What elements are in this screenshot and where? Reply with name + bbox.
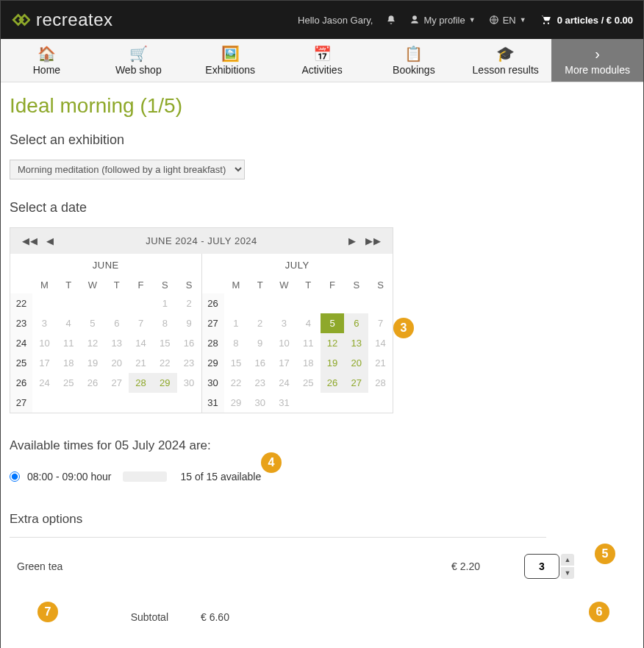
month-label: JULY bbox=[202, 254, 393, 277]
calendar-weekday: W bbox=[272, 277, 296, 293]
quantity-up-button[interactable]: ▲ bbox=[561, 554, 574, 566]
quantity-input[interactable] bbox=[524, 554, 559, 579]
calendar-day[interactable]: 5 bbox=[321, 313, 345, 333]
week-number: 25 bbox=[10, 353, 32, 373]
calendar-day: 28 bbox=[368, 373, 393, 393]
calendar-day: 15 bbox=[153, 333, 177, 353]
calendar-day bbox=[224, 293, 248, 313]
nav-home[interactable]: 🏠Home bbox=[1, 39, 93, 82]
week-number: 27 bbox=[202, 313, 224, 333]
extra-name: Green tea bbox=[10, 560, 260, 572]
calendar-day[interactable]: 12 bbox=[321, 333, 345, 353]
calendar-day: 11 bbox=[296, 333, 321, 353]
nav-lesson-results[interactable]: 🎓Lesson results bbox=[459, 39, 551, 82]
week-number: 28 bbox=[202, 333, 224, 353]
cart-button[interactable]: 0 articles / € 0.00 bbox=[540, 15, 633, 26]
calendar-day: 27 bbox=[104, 373, 129, 393]
calendar-day bbox=[321, 293, 345, 313]
callout-5: 5 bbox=[595, 544, 615, 564]
calendar-day[interactable]: 20 bbox=[344, 353, 368, 373]
cal-next-fast[interactable]: ▶▶ bbox=[362, 235, 384, 246]
week-number: 26 bbox=[202, 293, 224, 313]
cal-prev[interactable]: ◀ bbox=[43, 235, 57, 246]
calendar-day bbox=[248, 293, 272, 313]
exhibition-select[interactable]: Morning meditation (followed by a light … bbox=[10, 160, 245, 179]
nav-webshop[interactable]: 🛒Web shop bbox=[93, 39, 185, 82]
notifications-icon[interactable] bbox=[386, 15, 396, 25]
calendar-weekday: S bbox=[344, 277, 368, 293]
calendar-day[interactable]: 6 bbox=[344, 313, 368, 333]
cal-next[interactable]: ▶ bbox=[346, 235, 359, 246]
calendar-day bbox=[129, 393, 153, 413]
week-number: 23 bbox=[10, 313, 32, 333]
calendar-day: 6 bbox=[104, 313, 129, 333]
week-number: 26 bbox=[10, 373, 32, 393]
calendar-day bbox=[104, 393, 129, 413]
calendar-day: 2 bbox=[177, 293, 201, 313]
calendar-day[interactable]: 13 bbox=[344, 333, 368, 353]
calendar-weekday: T bbox=[57, 277, 81, 293]
cart-text: 0 articles / € 0.00 bbox=[557, 15, 633, 26]
calendar-day bbox=[129, 293, 153, 313]
calendar-day: 12 bbox=[81, 333, 105, 353]
calendar-day: 23 bbox=[177, 353, 201, 373]
nav-more-modules[interactable]: ›More modules bbox=[551, 39, 643, 82]
callout-3: 3 bbox=[393, 318, 414, 338]
calendar-day: 4 bbox=[296, 313, 321, 333]
callout-6: 6 bbox=[589, 602, 609, 622]
cal-prev-fast[interactable]: ◀◀ bbox=[19, 235, 40, 246]
divider bbox=[10, 537, 546, 538]
logo[interactable]: recreatex bbox=[11, 10, 113, 30]
timeslot-row: 08:00 - 09:00 hour 15 of 15 available bbox=[10, 471, 634, 483]
shop-icon: 🛒 bbox=[97, 46, 180, 61]
week-number: 31 bbox=[202, 393, 224, 413]
calendar-day: 10 bbox=[272, 333, 296, 353]
timeslot-availability-text: 15 of 15 available bbox=[180, 471, 261, 483]
language-menu[interactable]: EN ▼ bbox=[489, 15, 526, 26]
timeslot-availability-bar bbox=[123, 471, 167, 482]
calendar-day[interactable]: 19 bbox=[321, 353, 345, 373]
calendar-day: 16 bbox=[177, 333, 201, 353]
calendar-day[interactable]: 27 bbox=[344, 373, 368, 393]
graduation-icon: 🎓 bbox=[464, 46, 547, 61]
calendar-day[interactable]: 26 bbox=[321, 373, 345, 393]
calendar-day bbox=[368, 393, 393, 413]
calendar-day: 29 bbox=[224, 393, 248, 413]
home-icon: 🏠 bbox=[5, 46, 88, 61]
calendar-day: 30 bbox=[177, 373, 201, 393]
calendar-day: 23 bbox=[248, 373, 272, 393]
calendar-day bbox=[296, 293, 321, 313]
calendar-icon: 📅 bbox=[281, 46, 364, 61]
calendar-day: 7 bbox=[368, 313, 393, 333]
calendar-day: 9 bbox=[177, 313, 201, 333]
calendar-day: 8 bbox=[153, 313, 177, 333]
calendar-day: 30 bbox=[248, 393, 272, 413]
calendar-weekday: M bbox=[32, 277, 57, 293]
nav-bookings[interactable]: 📋Bookings bbox=[368, 39, 459, 82]
timeslot-radio[interactable] bbox=[10, 471, 20, 482]
calendar-day: 25 bbox=[296, 373, 321, 393]
callout-4: 4 bbox=[261, 452, 282, 473]
calendar-day: 8 bbox=[224, 333, 248, 353]
calendar-day: 31 bbox=[272, 393, 296, 413]
nav-exhibitions[interactable]: 🖼️Exhibitions bbox=[185, 39, 276, 82]
profile-label: My profile bbox=[423, 15, 465, 26]
calendar-day bbox=[57, 293, 81, 313]
calendar-day[interactable]: 28 bbox=[129, 373, 153, 393]
calendar-month-july: JULY MTWTFSS2627123456728891011121314291… bbox=[202, 254, 393, 413]
calendar-day: 3 bbox=[32, 313, 57, 333]
calendar-day: 21 bbox=[368, 353, 393, 373]
calendar-day: 2 bbox=[248, 313, 272, 333]
calendar-day: 17 bbox=[32, 353, 57, 373]
calendar-day: 18 bbox=[57, 353, 81, 373]
logo-icon bbox=[11, 10, 30, 29]
calendar-day: 20 bbox=[104, 353, 129, 373]
calendar-day: 9 bbox=[248, 333, 272, 353]
profile-menu[interactable]: My profile ▼ bbox=[409, 15, 475, 26]
calendar-day bbox=[344, 393, 368, 413]
quantity-down-button[interactable]: ▼ bbox=[561, 567, 574, 579]
calendar-day[interactable]: 29 bbox=[153, 373, 177, 393]
user-icon bbox=[409, 15, 420, 25]
nav-activities[interactable]: 📅Activities bbox=[276, 39, 368, 82]
greeting: Hello Jason Gary, bbox=[298, 15, 373, 26]
